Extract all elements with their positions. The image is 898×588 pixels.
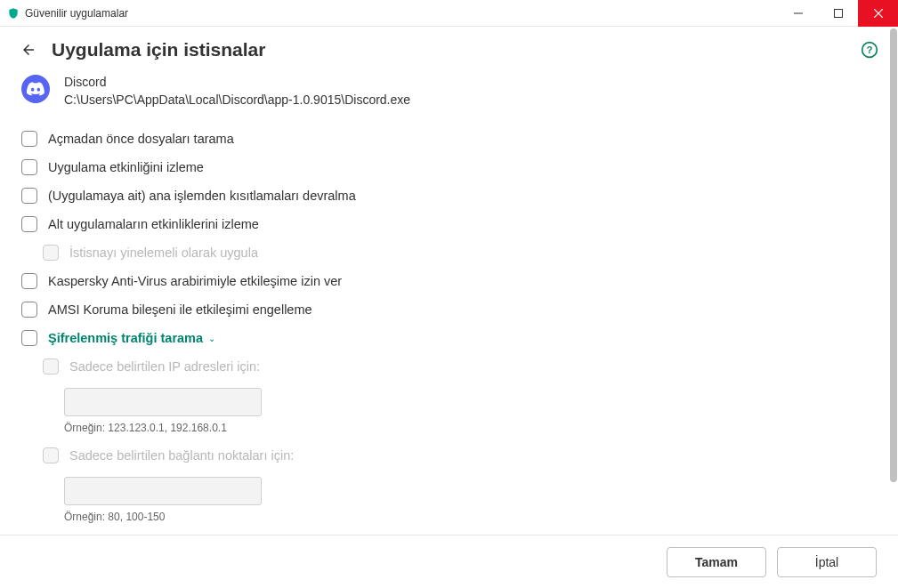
scrollbar[interactable] <box>890 28 897 533</box>
titlebar: Güvenilir uygulamalar <box>0 0 898 27</box>
app-info: Discord C:\Users\PC\AppData\Local\Discor… <box>21 69 877 125</box>
checkbox[interactable] <box>21 131 37 147</box>
checkbox[interactable] <box>21 159 37 175</box>
checkbox[interactable] <box>21 330 37 346</box>
option-label: Uygulama etkinliğini izleme <box>48 160 204 174</box>
option-label: Sadece belirtilen bağlantı noktaları içi… <box>69 448 294 463</box>
checkbox[interactable] <box>21 273 37 289</box>
option-label: (Uygulamaya ait) ana işlemden kısıtlamal… <box>48 189 356 203</box>
option-label: Sadece belirtilen IP adresleri için: <box>69 359 260 374</box>
option-apply-recursive: İstisnayı yinelemeli olarak uygula <box>21 238 877 267</box>
option-label: Alt uygulamaların etkinliklerini izleme <box>48 217 259 231</box>
checkbox[interactable] <box>21 302 37 318</box>
checkbox[interactable] <box>21 188 37 204</box>
ok-button[interactable]: Tamam <box>667 547 766 577</box>
back-button[interactable] <box>18 39 39 60</box>
ports-block: Örneğin: 80, 100-150 <box>21 471 877 523</box>
option-only-ips: Sadece belirtilen IP adresleri için: <box>21 352 877 381</box>
option-label: Şifrelenmiş trafiği tarama <box>48 331 203 345</box>
svg-rect-1 <box>834 9 842 17</box>
window-title: Güvenilir uygulamalar <box>25 7 778 20</box>
option-label: İstisnayı yinelemeli olarak uygula <box>69 246 258 260</box>
option-monitor-activity[interactable]: Uygulama etkinliğini izleme <box>21 153 877 181</box>
scrollbar-thumb[interactable] <box>890 28 897 482</box>
cancel-button[interactable]: İptal <box>777 547 877 577</box>
chevron-down-icon[interactable]: ⌄ <box>208 334 215 343</box>
app-path: C:\Users\PC\AppData\Local\Discord\app-1.… <box>64 93 410 107</box>
option-scan-before-open[interactable]: Açmadan önce dosyaları tarama <box>21 125 877 153</box>
option-allow-av-interface[interactable]: Kaspersky Anti-Virus arabirimiyle etkile… <box>21 267 877 295</box>
option-monitor-child[interactable]: Alt uygulamaların etkinliklerini izleme <box>21 210 877 238</box>
ips-hint: Örneğin: 123.123.0.1, 192.168.0.1 <box>64 422 877 434</box>
checkbox <box>43 358 59 375</box>
option-block-amsi[interactable]: AMSI Koruma bileşeni ile etkileşimi enge… <box>21 295 877 324</box>
option-inherit-restrictions[interactable]: (Uygulamaya ait) ana işlemden kısıtlamal… <box>21 181 877 210</box>
svg-text:?: ? <box>867 44 873 55</box>
close-button[interactable] <box>858 0 898 27</box>
cancel-label: İptal <box>815 555 838 569</box>
ports-input <box>64 477 262 505</box>
option-label: Kaspersky Anti-Virus arabirimiyle etkile… <box>48 274 342 288</box>
checkbox <box>43 245 59 261</box>
page-title: Uygulama için istisnalar <box>52 39 859 60</box>
option-scan-encrypted[interactable]: Şifrelenmiş trafiği tarama ⌄ <box>21 324 877 352</box>
app-name: Discord <box>64 75 410 89</box>
option-label: Açmadan önce dosyaları tarama <box>48 132 234 146</box>
ok-label: Tamam <box>695 555 738 569</box>
page-header: Uygulama için istisnalar ? <box>0 27 898 69</box>
app-icon <box>21 75 50 103</box>
content-scroll[interactable]: Discord C:\Users\PC\AppData\Local\Discor… <box>0 69 898 535</box>
footer: Tamam İptal <box>0 535 898 588</box>
maximize-button[interactable] <box>818 0 858 27</box>
ips-block: Örneğin: 123.123.0.1, 192.168.0.1 <box>21 383 877 434</box>
checkbox <box>43 447 59 463</box>
ports-hint: Örneğin: 80, 100-150 <box>64 511 877 523</box>
ips-input <box>64 388 262 416</box>
option-only-ports: Sadece belirtilen bağlantı noktaları içi… <box>21 441 877 470</box>
minimize-button[interactable] <box>778 0 818 27</box>
help-button[interactable]: ? <box>859 39 880 60</box>
checkbox[interactable] <box>21 216 37 232</box>
shield-icon <box>7 7 20 20</box>
option-label: AMSI Koruma bileşeni ile etkileşimi enge… <box>48 302 312 317</box>
